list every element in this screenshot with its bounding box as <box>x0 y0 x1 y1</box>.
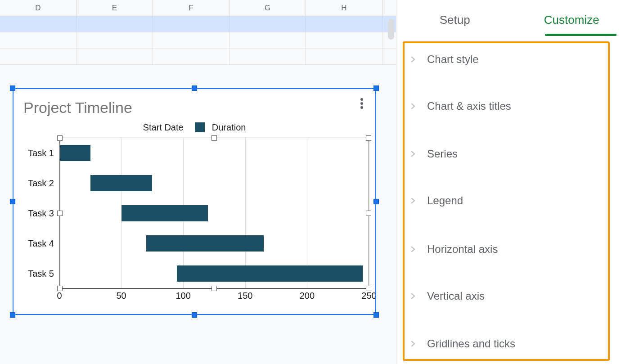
resize-handle[interactable] <box>374 199 379 204</box>
x-tick: 200 <box>300 291 315 301</box>
chart-title: Project Timeline <box>23 99 132 117</box>
bar-task-4 <box>146 235 264 252</box>
x-tick-labels: 050100150200250 <box>59 291 369 302</box>
gridline <box>369 138 369 289</box>
accordion-label: Chart & axis titles <box>427 100 511 112</box>
y-tick: Task 4 <box>28 238 54 249</box>
resize-handle[interactable] <box>10 85 15 91</box>
y-tick: Task 3 <box>28 208 54 219</box>
x-tick: 100 <box>176 291 191 301</box>
accordion-legend[interactable]: Legend <box>409 194 607 207</box>
resize-handle[interactable] <box>374 312 379 318</box>
sheet-row[interactable] <box>0 32 396 49</box>
bar-task-5 <box>177 265 363 282</box>
accordion-label: Series <box>427 148 458 160</box>
x-tick: 250 <box>361 291 376 301</box>
resize-handle[interactable] <box>10 199 15 204</box>
accordion-label: Horizontal axis <box>427 243 498 256</box>
chevron-right-icon <box>409 150 417 158</box>
chevron-right-icon <box>409 102 417 110</box>
col-header-e[interactable]: E <box>76 0 153 16</box>
resize-handle[interactable] <box>374 85 379 91</box>
bar-task-2 <box>90 175 153 191</box>
plot-area <box>59 138 369 289</box>
chevron-right-icon <box>409 292 417 300</box>
accordion-label: Vertical axis <box>427 290 485 302</box>
tab-customize[interactable]: Customize <box>513 13 630 36</box>
col-header-f[interactable]: F <box>153 0 230 16</box>
y-tick: Task 5 <box>28 269 54 279</box>
accordion-label: Gridlines and ticks <box>427 337 515 350</box>
x-tick: 50 <box>116 291 126 301</box>
sheet-row[interactable] <box>0 16 396 32</box>
accordion-horizontal-axis[interactable]: Horizontal axis <box>409 243 607 256</box>
sidebar-tabs: Setup Customize <box>396 0 630 36</box>
accordion-chart-axis-titles[interactable]: Chart & axis titles <box>409 100 607 112</box>
chart-menu-button[interactable] <box>357 97 366 110</box>
legend-item-duration: Duration <box>212 122 246 132</box>
resize-handle[interactable] <box>192 312 197 318</box>
legend-item-start-date: Start Date <box>143 122 184 132</box>
accordion-series[interactable]: Series <box>409 148 607 160</box>
col-header-h[interactable]: H <box>306 0 382 16</box>
chart-object[interactable]: Project Timeline Start Date Duration <box>13 88 376 315</box>
chart-card: Project Timeline Start Date Duration <box>15 91 374 312</box>
accordion-label: Legend <box>427 194 463 207</box>
x-axis <box>59 288 369 289</box>
resize-handle[interactable] <box>192 85 197 91</box>
legend-swatch-duration <box>195 122 205 132</box>
chart-legend: Start Date Duration <box>15 122 374 133</box>
y-tick: Task 1 <box>28 148 54 158</box>
chevron-right-icon <box>409 197 417 205</box>
scrollbar-thumb[interactable] <box>388 19 394 40</box>
chevron-right-icon <box>409 340 417 348</box>
bar-task-3 <box>122 205 208 221</box>
col-header-d[interactable]: D <box>0 0 76 16</box>
accordion-gridlines-and-ticks[interactable]: Gridlines and ticks <box>409 337 607 350</box>
resize-handle[interactable] <box>10 312 15 318</box>
chevron-right-icon <box>409 245 417 253</box>
accordion-vertical-axis[interactable]: Vertical axis <box>409 290 607 302</box>
sheet-row[interactable] <box>0 49 396 65</box>
tab-setup[interactable]: Setup <box>396 13 513 36</box>
y-tick: Task 2 <box>28 178 54 188</box>
chevron-right-icon <box>409 55 417 63</box>
x-tick: 150 <box>238 291 252 301</box>
y-tick-labels: Task 1Task 2Task 3Task 4Task 5 <box>15 138 58 289</box>
bar-task-1 <box>59 145 90 161</box>
y-axis <box>59 138 60 289</box>
col-header-g[interactable]: G <box>230 0 306 16</box>
chart-editor-sidebar: Setup Customize Chart styleChart & axis … <box>396 0 630 364</box>
x-tick: 0 <box>57 291 62 301</box>
column-headers: D E F G H <box>0 0 396 16</box>
accordion-label: Chart style <box>427 53 479 66</box>
accordion-chart-style[interactable]: Chart style <box>409 53 607 66</box>
